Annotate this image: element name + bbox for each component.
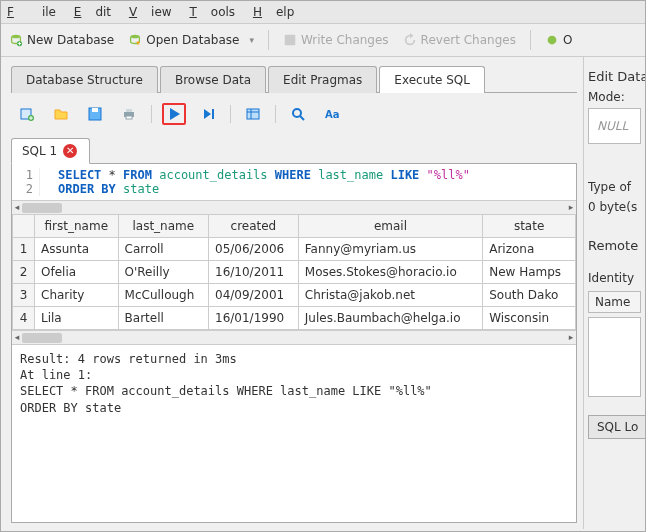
cell-last_name[interactable]: McCullough [118, 284, 208, 307]
cell-last_name[interactable]: Bartell [118, 307, 208, 330]
revert-changes-label: Revert Changes [421, 33, 516, 47]
tab-edit-pragmas[interactable]: Edit Pragmas [268, 66, 377, 93]
new-database-button[interactable]: New Database [9, 33, 114, 47]
write-changes-button: Write Changes [283, 33, 389, 47]
svg-rect-3 [285, 35, 296, 46]
svg-rect-13 [247, 109, 259, 119]
cell-email[interactable]: Jules.Baumbach@helga.io [298, 307, 482, 330]
svg-rect-11 [126, 116, 132, 119]
col-created[interactable]: created [209, 215, 299, 238]
bytes-label: 0 byte(s [588, 200, 641, 214]
table-row[interactable]: 2OfeliaO'Reilly16/10/2011Moses.Stokes@ho… [13, 261, 576, 284]
menu-tools[interactable]: Tools [189, 5, 235, 19]
gear-icon [545, 33, 559, 47]
dropdown-arrow-icon[interactable]: ▾ [249, 35, 254, 45]
menu-view[interactable]: View [129, 5, 172, 19]
cell-created[interactable]: 05/06/2006 [209, 238, 299, 261]
svg-rect-12 [212, 109, 214, 119]
row-number: 3 [13, 284, 35, 307]
open-sql-button[interactable] [49, 103, 73, 125]
sql-tab-label: SQL 1 [22, 144, 57, 158]
col-first_name[interactable]: first_name [35, 215, 119, 238]
close-tab-icon[interactable]: ✕ [63, 144, 77, 158]
editor-hscroll[interactable]: ◂▸ [12, 200, 576, 214]
sql-editor[interactable]: 1 2 SELECT * FROM account_details WHERE … [12, 164, 576, 200]
mode-label: Mode: [588, 90, 641, 104]
row-number-header [13, 215, 35, 238]
menu-help[interactable]: Help [253, 5, 294, 19]
results-hscroll[interactable]: ◂▸ [12, 330, 576, 344]
revert-changes-button: Revert Changes [403, 33, 516, 47]
cell-last_name[interactable]: Carroll [118, 238, 208, 261]
identity-list[interactable] [588, 317, 641, 397]
name-col-label: Name [588, 291, 641, 313]
main-toolbar: New Database Open Database ▾ Write Chang… [1, 24, 645, 57]
revert-icon [403, 33, 417, 47]
svg-rect-8 [92, 108, 98, 112]
settings-button[interactable]: Aa [320, 103, 344, 125]
cell-state[interactable]: New Hamps [483, 261, 576, 284]
result-log: Result: 4 rows returned in 3ms At line 1… [12, 344, 576, 422]
identity-label: Identity [588, 271, 641, 285]
sql-log-button[interactable]: SQL Lo [588, 415, 645, 439]
svg-point-4 [548, 36, 557, 45]
results-grid: first_name last_name created email state… [12, 214, 576, 330]
open-database-label: Open Database [146, 33, 239, 47]
cell-state[interactable]: Arizona [483, 238, 576, 261]
cell-first_name[interactable]: Ofelia [35, 261, 119, 284]
edit-data-label: Edit Data [588, 69, 641, 84]
database-open-icon [128, 33, 142, 47]
cell-first_name[interactable]: Charity [35, 284, 119, 307]
cell-first_name[interactable]: Lila [35, 307, 119, 330]
svg-point-14 [293, 109, 301, 117]
write-changes-label: Write Changes [301, 33, 389, 47]
row-number: 2 [13, 261, 35, 284]
svg-point-2 [131, 35, 140, 39]
cell-email[interactable]: Moses.Stokes@horacio.io [298, 261, 482, 284]
menu-edit[interactable]: Edit [74, 5, 111, 19]
table-row[interactable]: 4LilaBartell16/01/1990Jules.Baumbach@hel… [13, 307, 576, 330]
table-row[interactable]: 3CharityMcCullough04/09/2001Christa@jako… [13, 284, 576, 307]
write-icon [283, 33, 297, 47]
tab-execute-sql[interactable]: Execute SQL [379, 66, 485, 93]
sql-tab-1[interactable]: SQL 1 ✕ [11, 138, 90, 164]
save-results-button[interactable] [241, 103, 265, 125]
cell-editor[interactable]: NULL [588, 108, 641, 144]
row-number: 1 [13, 238, 35, 261]
sql-code[interactable]: SELECT * FROM account_details WHERE last… [40, 168, 470, 196]
print-button[interactable] [117, 103, 141, 125]
table-row[interactable]: 1AssuntaCarroll05/06/2006Fanny@myriam.us… [13, 238, 576, 261]
svg-rect-10 [126, 109, 132, 112]
new-database-label: New Database [27, 33, 114, 47]
extra-label: O [563, 33, 572, 47]
cell-created[interactable]: 16/10/2011 [209, 261, 299, 284]
execute-sql-button[interactable] [162, 103, 186, 125]
cell-last_name[interactable]: O'Reilly [118, 261, 208, 284]
type-label: Type of [588, 180, 641, 194]
main-tabs: Database Structure Browse Data Edit Prag… [11, 65, 577, 93]
menu-file[interactable]: File [7, 5, 56, 19]
cell-state[interactable]: Wisconsin [483, 307, 576, 330]
cell-email[interactable]: Christa@jakob.net [298, 284, 482, 307]
sql-panel: 1 2 SELECT * FROM account_details WHERE … [11, 163, 577, 523]
new-sql-tab-button[interactable] [15, 103, 39, 125]
database-plus-icon [9, 33, 23, 47]
extra-button[interactable]: O [545, 33, 572, 47]
svg-point-0 [12, 35, 21, 39]
find-button[interactable] [286, 103, 310, 125]
cell-state[interactable]: South Dako [483, 284, 576, 307]
col-state[interactable]: state [483, 215, 576, 238]
save-sql-button[interactable] [83, 103, 107, 125]
tab-database-structure[interactable]: Database Structure [11, 66, 158, 93]
col-email[interactable]: email [298, 215, 482, 238]
cell-email[interactable]: Fanny@myriam.us [298, 238, 482, 261]
cell-created[interactable]: 04/09/2001 [209, 284, 299, 307]
cell-first_name[interactable]: Assunta [35, 238, 119, 261]
line-gutter: 1 2 [12, 168, 40, 196]
execute-line-button[interactable] [196, 103, 220, 125]
svg-text:Aa: Aa [325, 109, 340, 120]
col-last_name[interactable]: last_name [118, 215, 208, 238]
cell-created[interactable]: 16/01/1990 [209, 307, 299, 330]
tab-browse-data[interactable]: Browse Data [160, 66, 266, 93]
open-database-button[interactable]: Open Database ▾ [128, 33, 254, 47]
